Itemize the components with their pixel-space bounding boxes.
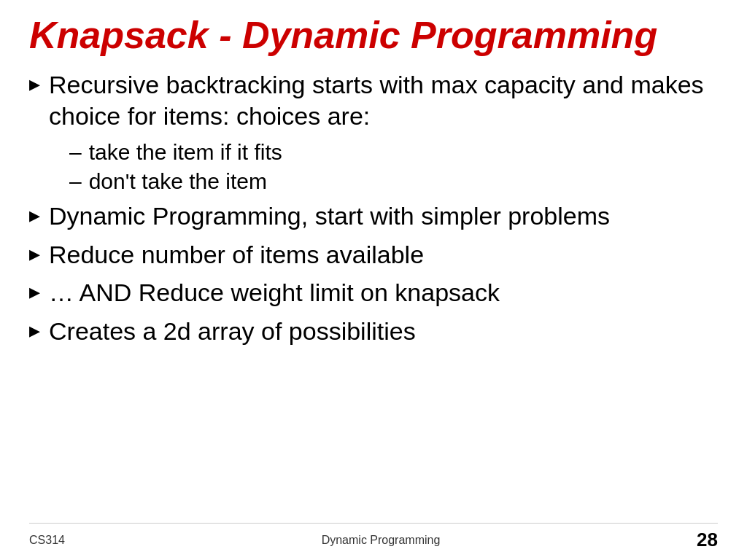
bullet-3-arrow: ▸ [29, 241, 40, 267]
bullet-item-1: ▸ Recursive backtracking starts with max… [29, 69, 718, 201]
sub-bullet-text-1: take the item if it fits [89, 139, 282, 166]
bullet-item-2: ▸ Dynamic Programming, start with simple… [29, 201, 718, 232]
slide-content: ▸ Recursive backtracking starts with max… [29, 69, 718, 516]
bullet-5-text: Creates a 2d array of possibilities [49, 316, 416, 347]
bullet-2-text: Dynamic Programming, start with simpler … [49, 201, 610, 232]
bullet-item-3: ▸ Reduce number of items available [29, 239, 718, 271]
sub-bullet-dash-1: – [69, 139, 82, 166]
sub-bullet-text-2: don't take the item [89, 168, 267, 195]
sub-bullet-1-1: – take the item if it fits [69, 139, 718, 166]
footer-page-number: 28 [697, 529, 718, 551]
bullet-1-arrow: ▸ [29, 71, 40, 97]
bullet-3-text: Reduce number of items available [49, 239, 424, 271]
sub-bullet-dash-2: – [69, 168, 82, 195]
footer-topic: Dynamic Programming [322, 534, 441, 547]
footer-divider [29, 523, 718, 524]
footer-course: CS314 [29, 534, 65, 547]
bullet-4-text: … AND Reduce weight limit on knapsack [49, 277, 500, 308]
bullet-item-5: ▸ Creates a 2d array of possibilities [29, 316, 718, 347]
bullet-2-arrow: ▸ [29, 202, 40, 228]
bullet-1-text: Recursive backtracking starts with max c… [49, 69, 718, 131]
bullet-5-arrow: ▸ [29, 317, 40, 343]
slide: Knapsack - Dynamic Programming ▸ Recursi… [0, 0, 747, 560]
sub-bullet-1-2: – don't take the item [69, 168, 718, 195]
sub-bullets-1: – take the item if it fits – don't take … [69, 139, 718, 195]
bullet-1-row: ▸ Recursive backtracking starts with max… [29, 69, 718, 131]
slide-footer: CS314 Dynamic Programming 28 [0, 529, 747, 551]
slide-title: Knapsack - Dynamic Programming [29, 15, 718, 56]
bullet-item-4: ▸ … AND Reduce weight limit on knapsack [29, 277, 718, 308]
bullet-4-arrow: ▸ [29, 279, 40, 305]
